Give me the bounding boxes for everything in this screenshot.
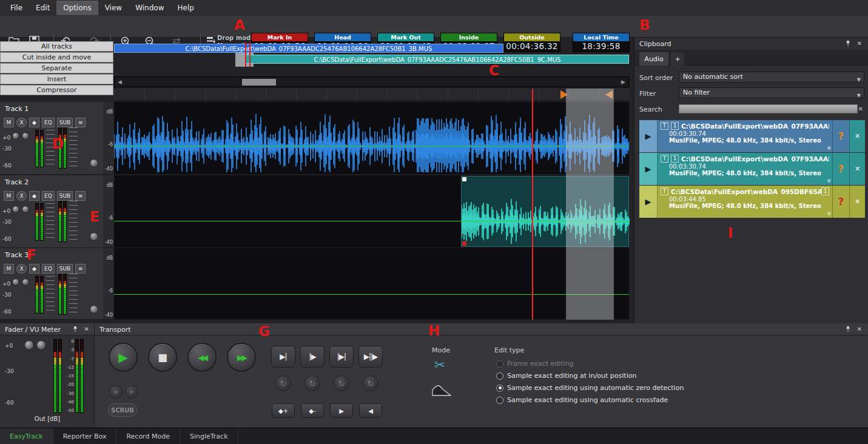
play-from-cursor-button[interactable]: |▶: [300, 346, 325, 368]
rewind-button[interactable]: ◀◀: [187, 343, 217, 372]
cut-mode-icon[interactable]: ✂: [434, 357, 445, 372]
sub-button[interactable]: SUB: [57, 264, 73, 274]
gain-knob-1[interactable]: [12, 206, 19, 213]
clip-remove-button[interactable]: ✕: [849, 186, 865, 218]
remove-marker-button[interactable]: ◆-: [301, 403, 324, 418]
add-tab-button[interactable]: +: [671, 52, 684, 66]
close-icon[interactable]: ✕: [857, 40, 862, 47]
clip-play-button[interactable]: ▶: [639, 186, 658, 218]
stop-button[interactable]: ■: [148, 343, 177, 372]
search-input[interactable]: [679, 104, 858, 113]
selection-handle-top[interactable]: [462, 177, 466, 181]
sub-button[interactable]: SUB: [57, 191, 73, 201]
sidebar-button-all-tracks[interactable]: All tracks: [0, 41, 113, 52]
gain-knob-2[interactable]: [22, 132, 29, 140]
menu-file[interactable]: File: [4, 1, 29, 15]
play-around-cursor-button[interactable]: ▶||▶: [358, 346, 383, 368]
clip-help-button[interactable]: ?: [832, 153, 849, 185]
clip-play-button[interactable]: ▶: [639, 153, 658, 185]
output-knob-1[interactable]: [24, 340, 34, 350]
mute-button[interactable]: M: [4, 264, 14, 274]
waveform-lane-1[interactable]: [114, 102, 629, 175]
radio-sample-exact-zero-detection[interactable]: Sample exact editing using automatic zer…: [496, 384, 684, 392]
radio-sample-exact-crossfade[interactable]: Sample exact editing using automatic cro…: [496, 396, 668, 404]
tab-record-mode[interactable]: Record Mode: [116, 428, 180, 444]
track-menu-button[interactable]: ≡: [75, 264, 86, 274]
search-clear-icon[interactable]: ✕: [858, 106, 863, 112]
loop-button-4[interactable]: ↻: [363, 375, 378, 391]
eq-button[interactable]: EQ: [42, 118, 55, 127]
sidebar-button-insert[interactable]: Insert: [0, 74, 113, 84]
monitor-button[interactable]: ◆: [29, 264, 39, 274]
monitor-button[interactable]: ◆: [29, 118, 39, 127]
track-menu-button[interactable]: ≡: [75, 191, 86, 201]
eq-button[interactable]: EQ: [42, 264, 55, 274]
clipboard-item-2[interactable]: ▶ T 1 C:\BCSData\FullExport\webDA_07F93A…: [639, 153, 865, 185]
gain-knob-2[interactable]: [22, 278, 29, 286]
pan-knob[interactable]: [90, 232, 98, 241]
menu-edit[interactable]: Edit: [29, 1, 56, 15]
tab-singletrack[interactable]: SingleTrack: [180, 428, 238, 444]
horizontal-scrollbar[interactable]: ◀ ▶: [114, 76, 629, 87]
expand-icon[interactable]: »: [824, 178, 832, 183]
radio-sample-exact-inout[interactable]: Sample exact editing at in/out position: [496, 372, 636, 380]
pan-knob[interactable]: [90, 159, 98, 167]
loop-button-3[interactable]: ↻: [334, 375, 349, 391]
clipboard-item-3[interactable]: ▶ T C:\BCSData\FullExport\webDA_095DBF65…: [639, 186, 865, 218]
next-marker-button[interactable]: ▶: [330, 403, 353, 418]
loop-button-2[interactable]: ↻: [304, 375, 320, 391]
scrub-button[interactable]: SCRUB: [108, 403, 137, 417]
gain-knob-2[interactable]: [22, 206, 29, 213]
fade-mode-icon[interactable]: [432, 383, 451, 396]
track-menu-button[interactable]: ≡: [75, 118, 86, 127]
solo-button[interactable]: X: [16, 191, 27, 201]
sidebar-button-separate[interactable]: Separate: [0, 63, 113, 73]
tab-audio[interactable]: Audio: [639, 52, 668, 66]
mute-button[interactable]: M: [4, 118, 14, 127]
eq-button[interactable]: EQ: [42, 191, 55, 201]
pin-icon[interactable]: [845, 326, 851, 332]
overview-file-bar-1[interactable]: C:\BCSData\FullExport\webDA_07F93AAADC25…: [114, 44, 503, 53]
scroll-thumb[interactable]: [242, 79, 276, 86]
waveform-lane-3[interactable]: [114, 248, 629, 320]
clip-help-button[interactable]: ?: [832, 186, 849, 218]
clip-body[interactable]: T 1 C:\BCSData\FullExport\webDA_07F93AAA…: [658, 120, 832, 152]
play-selection-button[interactable]: |▶|: [329, 346, 354, 368]
timeline-ruler[interactable]: [114, 89, 629, 101]
monitor-button[interactable]: ◆: [29, 191, 39, 201]
clip-body[interactable]: T 1 C:\BCSData\FullExport\webDA_07F93AAA…: [658, 153, 832, 185]
menu-view[interactable]: View: [98, 1, 129, 15]
scroll-left-button[interactable]: ◀: [116, 78, 124, 86]
tab-easytrack[interactable]: EasyTrack: [0, 428, 53, 444]
clip-play-button[interactable]: ▶: [639, 120, 658, 152]
expand-icon[interactable]: »: [824, 211, 832, 215]
pan-knob[interactable]: [90, 305, 98, 314]
gain-knob-1[interactable]: [12, 278, 19, 286]
gain-knob-1[interactable]: [12, 132, 19, 140]
mute-button[interactable]: M: [4, 191, 14, 201]
solo-button[interactable]: X: [16, 118, 27, 127]
clip-remove-button[interactable]: ✕: [849, 153, 865, 185]
pin-icon[interactable]: [845, 40, 851, 47]
filter-select[interactable]: No filter ▼: [679, 87, 864, 98]
waveform-lane-2[interactable]: [114, 175, 629, 248]
output-knob-2[interactable]: [36, 340, 46, 350]
play-to-cursor-button[interactable]: ▶|: [271, 346, 295, 368]
close-icon[interactable]: ✕: [857, 326, 862, 332]
sidebar-button-cut-inside-and-move[interactable]: Cut inside and move: [0, 52, 113, 62]
selection-handle-bottom[interactable]: [462, 241, 466, 246]
expand-icon[interactable]: »: [824, 146, 832, 150]
sort-order-select[interactable]: No automatic sort ▼: [679, 72, 864, 82]
clip-remove-button[interactable]: ✕: [849, 120, 865, 152]
sub-button[interactable]: SUB: [57, 118, 73, 127]
next-button[interactable]: »: [125, 385, 138, 399]
close-icon[interactable]: ✕: [84, 326, 89, 332]
radio-frame-exact[interactable]: Frame exact editing: [496, 360, 574, 368]
loop-button-1[interactable]: ↻: [275, 375, 291, 391]
tab-reporter-box[interactable]: Reporter Box: [53, 428, 117, 444]
add-marker-button[interactable]: ◆+: [272, 403, 295, 418]
solo-button[interactable]: X: [16, 264, 27, 274]
clipboard-item-1[interactable]: ▶ T 1 C:\BCSData\FullExport\webDA_07F93A…: [639, 120, 865, 152]
selection-overlay[interactable]: [566, 89, 614, 320]
pin-icon[interactable]: [72, 326, 78, 332]
